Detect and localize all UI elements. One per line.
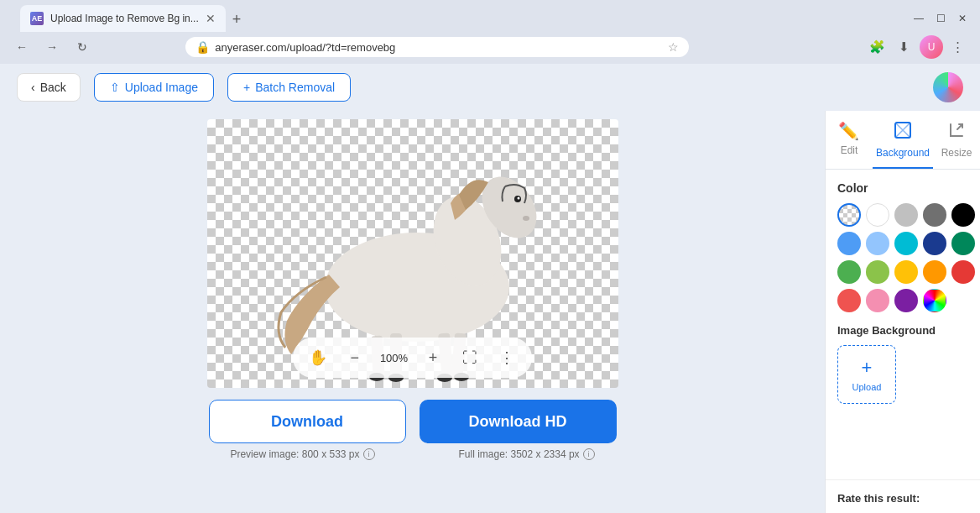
- profile-button[interactable]: U: [920, 35, 943, 59]
- color-swatch-green[interactable]: [837, 260, 861, 284]
- full-info-icon[interactable]: i: [583, 448, 595, 460]
- title-bar: AE Upload Image to Remove Bg in... ✕ + —…: [0, 0, 980, 32]
- color-swatch-purple[interactable]: [894, 289, 918, 312]
- tab-bar: AE Upload Image to Remove Bg in... ✕ +: [10, 5, 315, 32]
- fullscreen-button[interactable]: ⛶: [458, 346, 482, 369]
- upload-background-button[interactable]: + Upload: [837, 345, 896, 404]
- downloads-button[interactable]: ⬇: [893, 35, 916, 59]
- plus-icon: +: [862, 357, 873, 379]
- download-row: Download Download HD: [209, 400, 617, 443]
- image-container: ✋ − 100% + ⛶ ⋮: [207, 119, 618, 388]
- lock-icon: 🔒: [195, 40, 210, 54]
- zoom-out-button[interactable]: −: [343, 346, 367, 369]
- tab-close-button[interactable]: ✕: [206, 12, 216, 25]
- svg-point-13: [523, 216, 529, 221]
- forward-nav-button[interactable]: →: [40, 35, 64, 59]
- image-background-title: Image Background: [837, 324, 968, 337]
- batch-removal-button[interactable]: + Batch Removal: [227, 73, 351, 102]
- new-tab-button[interactable]: +: [226, 8, 248, 32]
- download-button[interactable]: Download: [209, 400, 406, 443]
- panel-body: Color: [826, 170, 980, 479]
- color-section-title: Color: [837, 181, 968, 195]
- color-swatch-dark-blue[interactable]: [923, 232, 946, 255]
- color-swatch-light-gray[interactable]: [894, 203, 918, 227]
- zoom-level: 100%: [380, 352, 408, 364]
- color-swatch-pink[interactable]: [866, 289, 889, 312]
- batch-label: Batch Removal: [255, 81, 335, 94]
- app-toolbar: ‹ Back ⇧ Upload Image + Batch Removal: [0, 64, 980, 111]
- back-chevron-icon: ‹: [31, 81, 35, 94]
- right-panel: ✏️ Edit Background: [825, 111, 980, 513]
- color-swatch-rainbow[interactable]: [923, 289, 946, 312]
- edit-tab-label: Edit: [841, 144, 858, 156]
- browser-chrome: AE Upload Image to Remove Bg in... ✕ + —…: [0, 0, 980, 64]
- upload-icon: ⇧: [110, 81, 120, 94]
- zoom-in-button[interactable]: +: [421, 346, 445, 369]
- minimize-button[interactable]: —: [911, 11, 926, 26]
- color-swatch-transparent[interactable]: [837, 203, 861, 227]
- color-swatch-black[interactable]: [951, 203, 975, 227]
- color-swatch-red[interactable]: [951, 260, 975, 284]
- color-swatch-coral[interactable]: [837, 289, 861, 312]
- background-icon: [894, 121, 912, 144]
- refresh-button[interactable]: ↻: [70, 35, 94, 59]
- star-icon: ☆: [668, 40, 679, 54]
- canvas-area: ✋ − 100% + ⛶ ⋮ Download Download HD Prev…: [0, 111, 825, 513]
- back-nav-button[interactable]: ←: [10, 35, 34, 59]
- color-swatch-sky-blue[interactable]: [837, 232, 861, 255]
- panel-tabs: ✏️ Edit Background: [826, 111, 980, 170]
- app-container: ‹ Back ⇧ Upload Image + Batch Removal: [0, 64, 980, 513]
- image-toolbar: ✋ − 100% + ⛶ ⋮: [293, 338, 532, 378]
- resize-tab-label: Resize: [941, 147, 972, 159]
- tab-background[interactable]: Background: [873, 111, 933, 169]
- extensions-button[interactable]: 🧩: [866, 35, 889, 59]
- download-hd-button[interactable]: Download HD: [420, 400, 617, 443]
- url-text: anyeraser.com/upload/?td=removebg: [215, 41, 663, 54]
- tab-title: Upload Image to Remove Bg in...: [50, 13, 199, 24]
- plus-icon: +: [243, 81, 250, 94]
- maximize-button[interactable]: ☐: [933, 11, 948, 26]
- back-button[interactable]: ‹ Back: [17, 73, 81, 102]
- upload-image-button[interactable]: ⇧ Upload Image: [94, 73, 214, 102]
- color-swatch-yellow-green[interactable]: [866, 260, 889, 284]
- color-grid: [837, 203, 968, 312]
- color-swatch-dark-gray[interactable]: [923, 203, 946, 227]
- preview-image-info: Preview image: 800 x 533 px i: [230, 448, 374, 460]
- window-controls: — ☐ ✕: [911, 11, 970, 26]
- main-content: ✋ − 100% + ⛶ ⋮ Download Download HD Prev…: [0, 111, 980, 513]
- color-swatch-orange[interactable]: [923, 260, 946, 284]
- browser-tab[interactable]: AE Upload Image to Remove Bg in... ✕: [20, 5, 226, 32]
- menu-button[interactable]: ⋮: [946, 35, 970, 59]
- address-bar: ← → ↻ 🔒 anyeraser.com/upload/?td=removeb…: [0, 32, 980, 64]
- rate-title: Rate this result:: [837, 492, 968, 505]
- tab-resize[interactable]: Resize: [933, 111, 980, 169]
- user-avatar: U: [920, 35, 943, 59]
- color-swatch-teal[interactable]: [951, 232, 975, 255]
- upload-label: Upload Image: [125, 81, 198, 94]
- user-profile-avatar[interactable]: [933, 72, 963, 102]
- background-tab-label: Background: [876, 147, 930, 159]
- color-swatch-white[interactable]: [866, 203, 889, 227]
- address-input[interactable]: 🔒 anyeraser.com/upload/?td=removebg ☆: [185, 37, 689, 57]
- color-swatch-yellow[interactable]: [894, 260, 918, 284]
- resize-icon: [947, 121, 966, 144]
- color-swatch-light-blue[interactable]: [866, 232, 889, 255]
- preview-info-icon[interactable]: i: [363, 448, 375, 460]
- tab-favicon: AE: [30, 12, 44, 25]
- upload-bg-label: Upload: [852, 382, 882, 392]
- edit-icon: ✏️: [838, 121, 859, 141]
- split-view-button[interactable]: ⋮: [495, 346, 519, 369]
- rate-section: Rate this result:: [826, 479, 980, 513]
- full-image-info: Full image: 3502 x 2334 px i: [459, 448, 595, 460]
- back-label: Back: [40, 81, 66, 94]
- browser-actions: 🧩 ⬇ U ⋮: [866, 35, 970, 59]
- svg-point-12: [517, 197, 519, 200]
- color-swatch-cyan[interactable]: [894, 232, 918, 255]
- pan-tool-button[interactable]: ✋: [306, 346, 330, 369]
- preview-info-row: Preview image: 800 x 533 px i Full image…: [230, 448, 594, 460]
- tab-edit[interactable]: ✏️ Edit: [826, 111, 873, 169]
- close-button[interactable]: ✕: [955, 11, 970, 26]
